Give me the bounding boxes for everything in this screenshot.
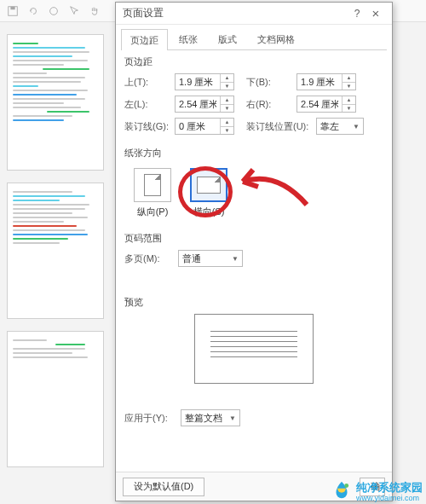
- margins-section: 页边距 上(T): ▲▼ 下(B): ▲▼ 左(L): ▲▼ 右(R): ▲▼ …: [116, 50, 392, 142]
- set-default-button[interactable]: 设为默认值(D): [123, 478, 204, 496]
- up-arrow-icon[interactable]: ▲: [221, 96, 233, 105]
- thumbnail-panel: [7, 34, 109, 504]
- multi-label: 多页(M):: [124, 252, 171, 265]
- apply-section: 应用于(Y): 整篇文档▼: [116, 404, 392, 433]
- svg-point-3: [344, 484, 348, 488]
- up-arrow-icon[interactable]: ▲: [221, 74, 233, 83]
- help-button[interactable]: ?: [348, 8, 366, 20]
- chevron-down-icon: ▼: [232, 255, 239, 263]
- logo-icon: [331, 480, 353, 502]
- down-arrow-icon[interactable]: ▼: [221, 105, 233, 113]
- top-label: 上(T):: [124, 76, 171, 89]
- bottom-input[interactable]: [297, 74, 342, 90]
- dialog-tabs: 页边距 纸张 版式 文档网格: [121, 28, 387, 50]
- bottom-label: 下(B):: [246, 76, 293, 89]
- orientation-section: 纸张方向 纵向(P) 横向(S): [116, 142, 392, 227]
- chevron-down-icon: ▼: [353, 123, 360, 130]
- apply-select[interactable]: 整篇文档▼: [181, 409, 240, 426]
- left-spinner[interactable]: ▲▼: [175, 96, 234, 113]
- section-header: 纸张方向: [124, 147, 383, 159]
- preview-box: [194, 314, 314, 384]
- circle-icon[interactable]: [48, 5, 60, 17]
- portrait-label: 纵向(P): [131, 206, 174, 218]
- page-thumbnail[interactable]: [7, 182, 104, 319]
- tab-paper[interactable]: 纸张: [170, 28, 207, 49]
- page-thumbnail[interactable]: [7, 34, 104, 171]
- right-label: 右(R):: [246, 98, 293, 111]
- svg-point-2: [50, 7, 58, 14]
- top-input[interactable]: [176, 74, 220, 90]
- undo-icon[interactable]: [27, 5, 39, 17]
- down-arrow-icon[interactable]: ▼: [221, 83, 233, 90]
- left-label: 左(L):: [124, 98, 171, 111]
- section-header: 页码范围: [124, 232, 383, 245]
- portrait-option[interactable]: 纵向(P): [131, 168, 174, 218]
- pages-section: 页码范围 多页(M): 普通▼: [116, 227, 392, 274]
- gutter-spinner[interactable]: ▲▼: [175, 118, 234, 135]
- top-spinner[interactable]: ▲▼: [175, 73, 234, 90]
- multi-select[interactable]: 普通▼: [178, 250, 243, 267]
- portrait-page-icon: [144, 174, 161, 196]
- section-header: 页边距: [124, 55, 383, 68]
- page-thumbnail[interactable]: [7, 331, 104, 467]
- down-arrow-icon[interactable]: ▼: [343, 105, 355, 113]
- chevron-down-icon: ▼: [229, 414, 236, 422]
- preview-section: 预览: [116, 291, 392, 391]
- save-icon[interactable]: [7, 5, 19, 17]
- bottom-spinner[interactable]: ▲▼: [296, 73, 356, 90]
- tab-margins[interactable]: 页边距: [121, 29, 168, 50]
- page-setup-dialog: 页面设置 ? × 页边距 纸张 版式 文档网格 页边距 上(T): ▲▼ 下(B…: [115, 2, 393, 501]
- up-arrow-icon[interactable]: ▲: [221, 119, 233, 127]
- gutter-input[interactable]: [176, 119, 220, 134]
- watermark: 纯净系统家园 www.yidaimei.com: [331, 480, 423, 502]
- landscape-label: 横向(S): [187, 206, 230, 218]
- tab-layout[interactable]: 版式: [209, 28, 246, 49]
- down-arrow-icon[interactable]: ▼: [343, 83, 355, 90]
- up-arrow-icon[interactable]: ▲: [343, 74, 355, 83]
- landscape-option[interactable]: 横向(S): [187, 168, 230, 218]
- down-arrow-icon[interactable]: ▼: [221, 127, 233, 135]
- landscape-page-icon: [197, 177, 221, 194]
- dialog-titlebar: 页面设置 ? ×: [116, 3, 392, 25]
- watermark-url: www.yidaimei.com: [356, 494, 423, 502]
- right-spinner[interactable]: ▲▼: [296, 96, 356, 113]
- up-arrow-icon[interactable]: ▲: [343, 96, 355, 105]
- gutter-pos-select[interactable]: 靠左▼: [316, 118, 364, 135]
- left-input[interactable]: [176, 96, 220, 112]
- svg-rect-1: [10, 6, 14, 9]
- section-header: 预览: [124, 296, 383, 309]
- apply-label: 应用于(Y):: [124, 412, 177, 425]
- gutter-pos-label: 装订线位置(U):: [246, 120, 313, 133]
- right-input[interactable]: [297, 96, 342, 112]
- gutter-label: 装订线(G):: [124, 120, 171, 133]
- dialog-title: 页面设置: [123, 6, 348, 20]
- close-button[interactable]: ×: [366, 6, 385, 20]
- cursor-icon[interactable]: [68, 5, 80, 17]
- tab-grid[interactable]: 文档网格: [248, 28, 304, 49]
- hand-icon[interactable]: [89, 5, 101, 17]
